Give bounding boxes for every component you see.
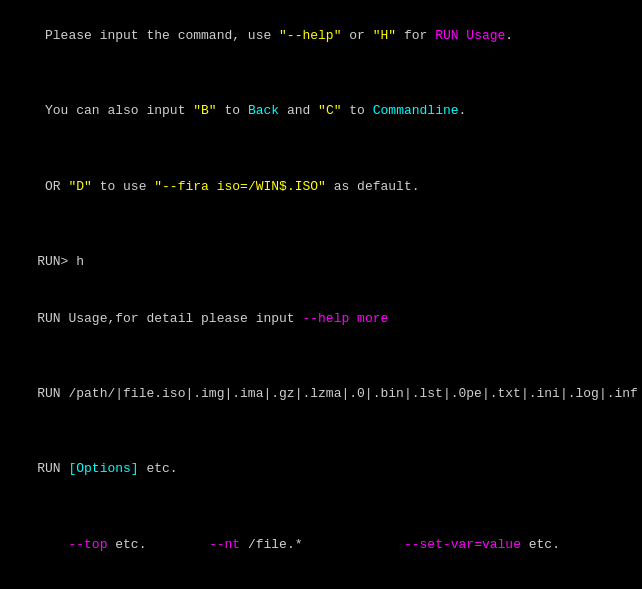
spacer-1 <box>6 65 636 84</box>
line-3: OR "D" to use "--fira iso=/WIN$.ISO" as … <box>6 159 636 216</box>
line-5: RUN Usage,for detail please input --help… <box>6 291 636 348</box>
spacer-6 <box>6 498 636 517</box>
spacer-5 <box>6 423 636 442</box>
line-2: You can also input "B" to Back and "C" t… <box>6 83 636 140</box>
terminal-window[interactable]: Please input the command, use "--help" o… <box>0 0 642 589</box>
line-9: --mem etc. --pe /file.* --dev=[c,h,p,u,f… <box>6 573 636 589</box>
line-1: Please input the command, use "--help" o… <box>6 8 636 65</box>
spacer-3 <box>6 215 636 234</box>
line-7: RUN [Options] etc. <box>6 441 636 498</box>
line-6: RUN /path/|file.iso|.img|.ima|.gz|.lzma|… <box>6 366 636 423</box>
spacer-2 <box>6 140 636 159</box>
line-8: --top etc. --nt /file.* --set-var=value … <box>6 517 636 574</box>
spacer-4 <box>6 347 636 366</box>
line-4: RUN> h <box>6 234 636 291</box>
